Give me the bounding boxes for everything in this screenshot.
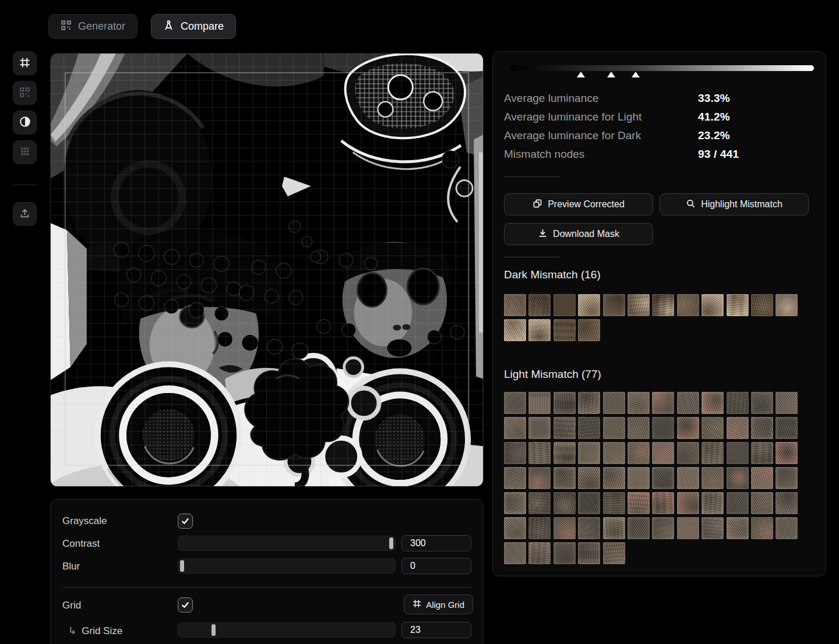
mismatch-thumbnail[interactable] — [677, 417, 699, 439]
mismatch-thumbnail[interactable] — [628, 392, 650, 414]
mismatch-thumbnail[interactable] — [628, 467, 650, 489]
mismatch-thumbnail[interactable] — [578, 492, 600, 514]
mismatch-thumbnail[interactable] — [701, 294, 724, 316]
mismatch-thumbnail[interactable] — [504, 417, 526, 439]
mismatch-thumbnail[interactable] — [677, 492, 699, 514]
mismatch-thumbnail[interactable] — [628, 492, 650, 514]
mismatch-thumbnail[interactable] — [554, 417, 576, 439]
mismatch-thumbnail[interactable] — [775, 392, 798, 414]
mismatch-thumbnail[interactable] — [578, 392, 600, 414]
mismatch-thumbnail[interactable] — [504, 319, 526, 341]
contrast-tool-button[interactable] — [13, 111, 37, 135]
mismatch-thumbnail[interactable] — [652, 294, 674, 316]
mismatch-thumbnail[interactable] — [554, 542, 576, 564]
mismatch-thumbnail[interactable] — [652, 467, 674, 489]
mismatch-thumbnail[interactable] — [628, 417, 650, 439]
contrast-slider[interactable] — [178, 536, 396, 551]
mismatch-thumbnail[interactable] — [528, 392, 551, 414]
mismatch-thumbnail[interactable] — [603, 492, 625, 514]
mismatch-thumbnail[interactable] — [701, 417, 724, 439]
mismatch-thumbnail[interactable] — [603, 417, 625, 439]
luminance-marker[interactable] — [577, 72, 585, 77]
mismatch-thumbnail[interactable] — [554, 294, 576, 316]
mismatch-thumbnail[interactable] — [504, 442, 526, 464]
mismatch-thumbnail[interactable] — [751, 392, 773, 414]
mismatch-thumbnail[interactable] — [727, 492, 749, 514]
mismatch-thumbnail[interactable] — [751, 294, 773, 316]
mismatch-thumbnail[interactable] — [504, 294, 526, 316]
blur-slider[interactable] — [178, 558, 396, 574]
mismatch-thumbnail[interactable] — [528, 467, 551, 489]
mismatch-thumbnail[interactable] — [504, 542, 526, 564]
mismatch-thumbnail[interactable] — [628, 442, 650, 464]
mismatch-thumbnail[interactable] — [578, 294, 600, 316]
mismatch-thumbnail[interactable] — [578, 319, 600, 341]
mismatch-thumbnail[interactable] — [701, 467, 724, 489]
mismatch-thumbnail[interactable] — [528, 442, 551, 464]
mismatch-thumbnail[interactable] — [727, 467, 749, 489]
mismatch-thumbnail[interactable] — [652, 442, 674, 464]
mismatch-thumbnail[interactable] — [603, 294, 625, 316]
mismatch-thumbnail[interactable] — [751, 417, 773, 439]
mismatch-thumbnail[interactable] — [603, 392, 625, 414]
mismatch-thumbnail[interactable] — [775, 492, 798, 514]
grid-checkbox[interactable] — [178, 597, 193, 613]
luminance-marker[interactable] — [632, 72, 640, 77]
mismatch-thumbnail[interactable] — [528, 542, 551, 564]
mismatch-thumbnail[interactable] — [775, 467, 798, 489]
mismatch-thumbnail[interactable] — [751, 492, 773, 514]
mismatch-thumbnail[interactable] — [677, 442, 699, 464]
mismatch-thumbnail[interactable] — [528, 492, 551, 514]
mismatch-thumbnail[interactable] — [578, 417, 600, 439]
mismatch-thumbnail[interactable] — [554, 467, 576, 489]
contrast-value-input[interactable]: 300 — [401, 535, 471, 551]
mismatch-thumbnail[interactable] — [751, 467, 773, 489]
align-grid-button[interactable]: Align Grid — [404, 595, 473, 614]
mismatch-thumbnail[interactable] — [652, 417, 674, 439]
tab-generator[interactable]: Generator — [48, 14, 138, 39]
canvas-panel[interactable] — [50, 53, 484, 487]
mismatch-thumbnail[interactable] — [652, 517, 674, 539]
mismatch-thumbnail[interactable] — [727, 392, 749, 414]
contrast-slider-thumb[interactable] — [389, 537, 393, 549]
mismatch-thumbnail[interactable] — [701, 392, 724, 414]
mismatch-thumbnail[interactable] — [578, 467, 600, 489]
mismatch-thumbnail[interactable] — [578, 542, 600, 564]
mismatch-thumbnail[interactable] — [628, 294, 650, 316]
mismatch-thumbnail[interactable] — [775, 517, 798, 539]
frame-tool-button[interactable] — [13, 51, 37, 75]
mismatch-thumbnail[interactable] — [701, 442, 724, 464]
luminance-marker[interactable] — [607, 72, 615, 77]
tab-compare[interactable]: Compare — [151, 14, 236, 39]
mismatch-thumbnail[interactable] — [554, 517, 576, 539]
download-mask-button[interactable]: Download Mask — [504, 223, 653, 245]
mismatch-thumbnail[interactable] — [578, 442, 600, 464]
mismatch-thumbnail[interactable] — [677, 294, 699, 316]
mismatch-thumbnail[interactable] — [775, 442, 798, 464]
mismatch-thumbnail[interactable] — [528, 319, 551, 341]
grid-size-value-input[interactable]: 23 — [401, 622, 471, 638]
mismatch-thumbnail[interactable] — [578, 517, 600, 539]
grayscale-checkbox[interactable] — [178, 514, 193, 529]
mismatch-thumbnail[interactable] — [751, 517, 773, 539]
mismatch-thumbnail[interactable] — [504, 517, 526, 539]
mismatch-thumbnail[interactable] — [727, 442, 749, 464]
mismatch-thumbnail[interactable] — [504, 492, 526, 514]
mismatch-thumbnail[interactable] — [528, 294, 551, 316]
mismatch-thumbnail[interactable] — [554, 319, 576, 341]
mismatch-thumbnail[interactable] — [603, 517, 625, 539]
mismatch-thumbnail[interactable] — [727, 294, 749, 316]
mismatch-thumbnail[interactable] — [701, 517, 724, 539]
mismatch-thumbnail[interactable] — [751, 442, 773, 464]
mismatch-thumbnail[interactable] — [554, 392, 576, 414]
mismatch-thumbnail[interactable] — [677, 392, 699, 414]
mismatch-thumbnail[interactable] — [628, 517, 650, 539]
upload-tool-button[interactable] — [13, 202, 37, 226]
mismatch-thumbnail[interactable] — [554, 442, 576, 464]
mismatch-thumbnail[interactable] — [603, 467, 625, 489]
mismatch-thumbnail[interactable] — [504, 467, 526, 489]
mismatch-thumbnail[interactable] — [528, 417, 551, 439]
mismatch-thumbnail[interactable] — [528, 517, 551, 539]
mismatch-thumbnail[interactable] — [603, 542, 625, 564]
mismatch-thumbnail[interactable] — [554, 492, 576, 514]
